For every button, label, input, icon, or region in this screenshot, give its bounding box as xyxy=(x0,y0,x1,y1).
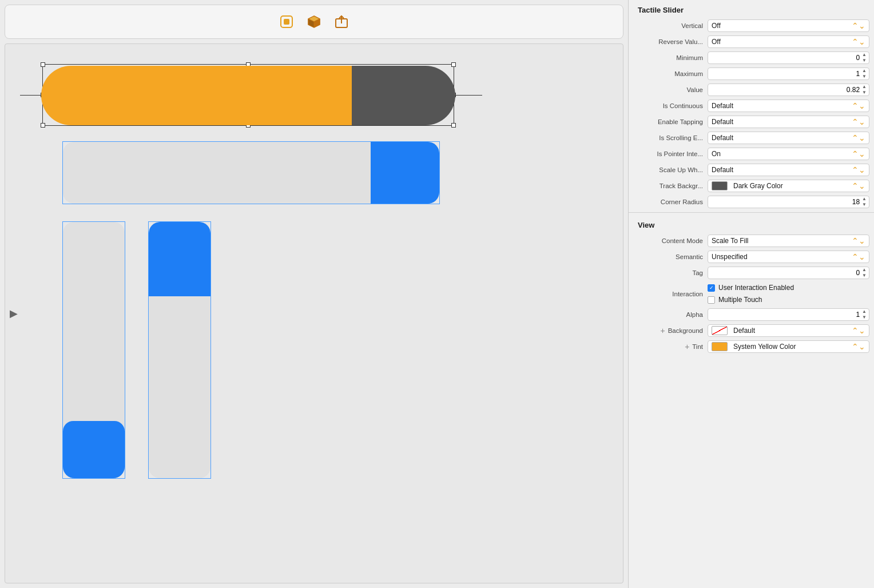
minimum-up[interactable]: ▲ xyxy=(862,52,867,58)
alpha-field[interactable]: 1 ▲ ▼ xyxy=(708,308,869,321)
maximum-down[interactable]: ▼ xyxy=(862,74,867,80)
alpha-down[interactable]: ▼ xyxy=(862,315,867,320)
value-stepper[interactable]: ▲ ▼ xyxy=(862,84,867,96)
maximum-stepper[interactable]: ▲ ▼ xyxy=(862,68,867,80)
value-value: 0.82 xyxy=(710,86,862,94)
enable-tapping-select[interactable]: Default ⌃⌄ xyxy=(708,116,869,128)
enable-tapping-arrow-icon: ⌃⌄ xyxy=(852,118,865,126)
slider-v1-container[interactable] xyxy=(62,221,125,479)
reverse-arrow-icon: ⌃⌄ xyxy=(852,38,865,46)
minimum-stepper[interactable]: ▲ ▼ xyxy=(862,52,867,63)
scale-up-control[interactable]: Default ⌃⌄ xyxy=(708,164,869,176)
corner-radius-field[interactable]: 18 ▲ ▼ xyxy=(708,196,869,208)
is-pointer-select[interactable]: On ⌃⌄ xyxy=(708,148,869,160)
tag-field[interactable]: 0 ▲ ▼ xyxy=(708,267,869,279)
alpha-control[interactable]: 1 ▲ ▼ xyxy=(708,308,869,321)
tint-select[interactable]: System Yellow Color ⌃⌄ xyxy=(708,340,869,353)
minimum-control[interactable]: 0 ▲ ▼ xyxy=(708,51,869,64)
is-continuous-control[interactable]: Default ⌃⌄ xyxy=(708,100,869,112)
vertical-select[interactable]: Off ⌃⌄ xyxy=(708,19,869,32)
value-down[interactable]: ▼ xyxy=(862,90,867,96)
left-arrow-icon[interactable]: ▶ xyxy=(10,307,18,320)
is-pointer-control[interactable]: On ⌃⌄ xyxy=(708,148,869,160)
handle-tl[interactable] xyxy=(41,62,45,67)
minimum-field[interactable]: 0 ▲ ▼ xyxy=(708,51,869,64)
corner-radius-control[interactable]: 18 ▲ ▼ xyxy=(708,196,869,208)
right-panel: Tactile Slider Vertical Off ⌃⌄ Reverse V… xyxy=(628,0,874,588)
tag-down[interactable]: ▼ xyxy=(862,273,867,279)
multiple-touch-row[interactable]: Multiple Touch xyxy=(708,295,794,305)
scale-up-select[interactable]: Default ⌃⌄ xyxy=(708,164,869,176)
user-interaction-checkbox[interactable]: ✓ xyxy=(708,284,715,292)
slider-h1-container[interactable] xyxy=(37,61,460,130)
tag-control[interactable]: 0 ▲ ▼ xyxy=(708,267,869,279)
multiple-touch-label: Multiple Touch xyxy=(718,296,762,304)
tint-plus-btn[interactable]: + xyxy=(683,343,691,351)
handle-bl[interactable] xyxy=(41,123,45,128)
user-interaction-label: User Interaction Enabled xyxy=(718,284,794,292)
maximum-field[interactable]: 1 ▲ ▼ xyxy=(708,67,869,80)
corner-radius-stepper[interactable]: ▲ ▼ xyxy=(862,196,867,208)
background-select[interactable]: Default ⌃⌄ xyxy=(708,324,869,337)
cube-icon[interactable] xyxy=(306,14,322,30)
panel-title: Tactile Slider xyxy=(629,0,874,18)
track-bg-row: Track Backgr... Dark Gray Color ⌃⌄ xyxy=(629,178,874,194)
background-label: Background xyxy=(668,327,703,334)
maximum-up[interactable]: ▲ xyxy=(862,68,867,74)
reverse-select[interactable]: Off ⌃⌄ xyxy=(708,35,869,48)
tint-label: Tint xyxy=(692,343,703,350)
slider-h2-container[interactable] xyxy=(62,141,440,204)
alpha-stepper[interactable]: ▲ ▼ xyxy=(862,309,867,320)
slider-h2-fill xyxy=(371,142,439,204)
slider-v2-container[interactable] xyxy=(148,221,211,479)
is-pointer-arrow-icon: ⌃⌄ xyxy=(852,150,865,158)
tag-stepper[interactable]: ▲ ▼ xyxy=(862,267,867,279)
maximum-row: Maximum 1 ▲ ▼ xyxy=(629,66,874,82)
multiple-touch-checkbox[interactable] xyxy=(708,296,715,304)
value-control[interactable]: 0.82 ▲ ▼ xyxy=(708,84,869,96)
content-mode-control[interactable]: Scale To Fill ⌃⌄ xyxy=(708,235,869,247)
corner-radius-down[interactable]: ▼ xyxy=(862,202,867,208)
slider-h1-bg xyxy=(352,66,455,125)
reverse-control[interactable]: Off ⌃⌄ xyxy=(708,35,869,48)
enable-tapping-control[interactable]: Default ⌃⌄ xyxy=(708,116,869,128)
handle-tr[interactable] xyxy=(451,62,456,67)
is-continuous-value: Default xyxy=(712,102,733,110)
vertical-control[interactable]: Off ⌃⌄ xyxy=(708,19,869,32)
is-continuous-select[interactable]: Default ⌃⌄ xyxy=(708,100,869,112)
track-bg-control[interactable]: Dark Gray Color ⌃⌄ xyxy=(708,180,869,192)
export-icon[interactable] xyxy=(333,14,349,30)
scale-up-value: Default xyxy=(712,166,733,174)
corner-radius-up[interactable]: ▲ xyxy=(862,196,867,202)
minimum-down[interactable]: ▼ xyxy=(862,58,867,63)
is-pointer-value: On xyxy=(712,150,721,158)
track-bg-arrow-icon: ⌃⌄ xyxy=(852,182,865,190)
background-plus-btn[interactable]: + xyxy=(659,327,667,335)
semantic-arrow-icon: ⌃⌄ xyxy=(852,253,865,261)
value-up[interactable]: ▲ xyxy=(862,84,867,90)
user-interaction-row[interactable]: ✓ User Interaction Enabled xyxy=(708,283,794,293)
is-scrolling-control[interactable]: Default ⌃⌄ xyxy=(708,132,869,144)
track-bg-select[interactable]: Dark Gray Color ⌃⌄ xyxy=(708,180,869,192)
background-arrow-icon: ⌃⌄ xyxy=(852,327,865,335)
view-section-title: View xyxy=(629,215,874,233)
interaction-label: Interaction xyxy=(633,291,708,297)
alpha-label: Alpha xyxy=(633,311,708,318)
maximum-control[interactable]: 1 ▲ ▼ xyxy=(708,67,869,80)
semantic-control[interactable]: Unspecified ⌃⌄ xyxy=(708,251,869,263)
tint-control[interactable]: System Yellow Color ⌃⌄ xyxy=(708,340,869,353)
handle-br[interactable] xyxy=(451,123,456,128)
content-mode-select[interactable]: Scale To Fill ⌃⌄ xyxy=(708,235,869,247)
square-icon[interactable] xyxy=(279,14,295,30)
minimum-label: Minimum xyxy=(633,54,708,61)
semantic-select[interactable]: Unspecified ⌃⌄ xyxy=(708,251,869,263)
tag-up[interactable]: ▲ xyxy=(862,267,867,273)
slider-v1-bg xyxy=(63,222,125,421)
slider-v2-bg xyxy=(149,296,210,478)
is-pointer-label: Is Pointer Inte... xyxy=(633,150,708,157)
value-field[interactable]: 0.82 ▲ ▼ xyxy=(708,84,869,96)
background-control[interactable]: Default ⌃⌄ xyxy=(708,324,869,337)
vertical-row: Vertical Off ⌃⌄ xyxy=(629,18,874,34)
alpha-up[interactable]: ▲ xyxy=(862,309,867,315)
is-scrolling-select[interactable]: Default ⌃⌄ xyxy=(708,132,869,144)
